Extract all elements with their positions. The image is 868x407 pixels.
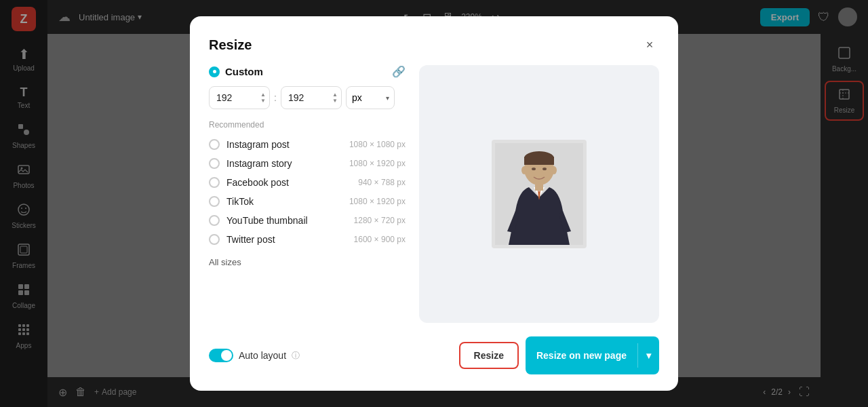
size-dims-1: 1080 × 1920 px (349, 159, 406, 168)
size-option-item[interactable]: Instagram post 1080 × 1080 px (209, 135, 406, 154)
size-option-left: Twitter post (209, 234, 275, 245)
modal-overlay[interactable]: Resize × Custom 🔗 (0, 0, 868, 407)
modal-body: Custom 🔗 ▲ ▼ : (209, 65, 659, 323)
size-option-left: Instagram post (209, 139, 290, 150)
size-option-left: TikTok (209, 196, 254, 207)
size-option-item[interactable]: Instagram story 1080 × 1920 px (209, 154, 406, 173)
resize-modal: Resize × Custom 🔗 (190, 16, 678, 391)
info-icon[interactable]: ⓘ (292, 350, 300, 362)
size-name-2: Facebook post (226, 177, 289, 188)
custom-option[interactable]: Custom (209, 66, 263, 77)
size-dims-0: 1080 × 1080 px (349, 140, 406, 149)
modal-left-panel: Custom 🔗 ▲ ▼ : (209, 65, 406, 323)
unit-select[interactable]: px in cm mm (346, 86, 395, 109)
svg-point-32 (542, 168, 547, 170)
width-spinner: ▲ ▼ (260, 92, 266, 104)
size-option-item[interactable]: YouTube thumbnail 1280 × 720 px (209, 211, 406, 230)
size-radio-5[interactable] (209, 234, 220, 245)
height-up[interactable]: ▲ (332, 92, 338, 98)
size-radio-2[interactable] (209, 177, 220, 188)
resize-on-new-page-button[interactable]: Resize on new page ▾ (526, 336, 659, 374)
svg-point-31 (532, 168, 536, 170)
size-option-left: Facebook post (209, 177, 289, 188)
width-up[interactable]: ▲ (260, 92, 266, 98)
custom-row: Custom 🔗 (209, 65, 406, 78)
size-dims-2: 940 × 788 px (358, 178, 406, 187)
dimension-inputs: ▲ ▼ : ▲ ▼ (209, 86, 406, 109)
size-dims-5: 1600 × 900 px (354, 235, 406, 244)
resize-button[interactable]: Resize (459, 342, 519, 369)
svg-rect-30 (535, 182, 543, 191)
size-radio-4[interactable] (209, 215, 220, 226)
resize-new-page-dropdown-icon[interactable]: ▾ (637, 343, 659, 368)
width-input-wrap: ▲ ▼ (209, 86, 270, 109)
recommended-label: Recommended (209, 120, 406, 130)
modal-footer: Auto layout ⓘ Resize Resize on new page … (209, 336, 659, 374)
size-name-0: Instagram post (226, 139, 290, 150)
size-name-5: Twitter post (226, 234, 275, 245)
modal-preview (419, 65, 659, 323)
height-down[interactable]: ▼ (332, 98, 338, 104)
modal-header: Resize × (209, 35, 659, 54)
auto-layout-row: Auto layout ⓘ (209, 349, 300, 362)
size-dims-4: 1280 × 720 px (354, 216, 406, 225)
close-button[interactable]: × (640, 35, 659, 54)
resize-new-page-label: Resize on new page (526, 343, 637, 368)
footer-buttons: Resize Resize on new page ▾ (459, 336, 659, 374)
person-preview-svg (495, 143, 583, 245)
preview-image (492, 140, 587, 248)
svg-point-29 (551, 166, 557, 174)
modal-title: Resize (209, 37, 252, 53)
size-radio-3[interactable] (209, 196, 220, 207)
size-option-left: Instagram story (209, 158, 292, 169)
size-radio-1[interactable] (209, 158, 220, 169)
size-option-left: YouTube thumbnail (209, 215, 308, 226)
height-spinner: ▲ ▼ (332, 92, 338, 104)
size-name-3: TikTok (226, 196, 254, 207)
editor-background: Z ⬆ Upload T Text Shapes Photos Sticker (0, 0, 868, 407)
toggle-knob (221, 350, 232, 361)
size-name-4: YouTube thumbnail (226, 215, 308, 226)
auto-layout-toggle[interactable] (209, 349, 233, 362)
dimension-separator: : (274, 92, 277, 103)
all-sizes-link[interactable]: All sizes (209, 257, 406, 267)
size-dims-3: 1080 × 1920 px (349, 197, 406, 206)
auto-layout-label: Auto layout (239, 350, 286, 361)
height-input-wrap: ▲ ▼ (281, 86, 342, 109)
size-name-1: Instagram story (226, 158, 292, 169)
custom-lock-icon[interactable]: 🔗 (392, 65, 406, 78)
svg-point-28 (521, 166, 527, 174)
size-option-item[interactable]: Twitter post 1600 × 900 px (209, 230, 406, 249)
size-option-item[interactable]: Facebook post 940 × 788 px (209, 173, 406, 192)
custom-text: Custom (225, 66, 263, 77)
size-options-list: Instagram post 1080 × 1080 px Instagram … (209, 135, 406, 249)
unit-selector: px in cm mm ▾ (346, 86, 395, 109)
size-option-item[interactable]: TikTok 1080 × 1920 px (209, 192, 406, 211)
custom-radio[interactable] (209, 66, 220, 77)
size-radio-0[interactable] (209, 139, 220, 150)
svg-rect-27 (524, 157, 554, 165)
width-down[interactable]: ▼ (260, 98, 266, 104)
